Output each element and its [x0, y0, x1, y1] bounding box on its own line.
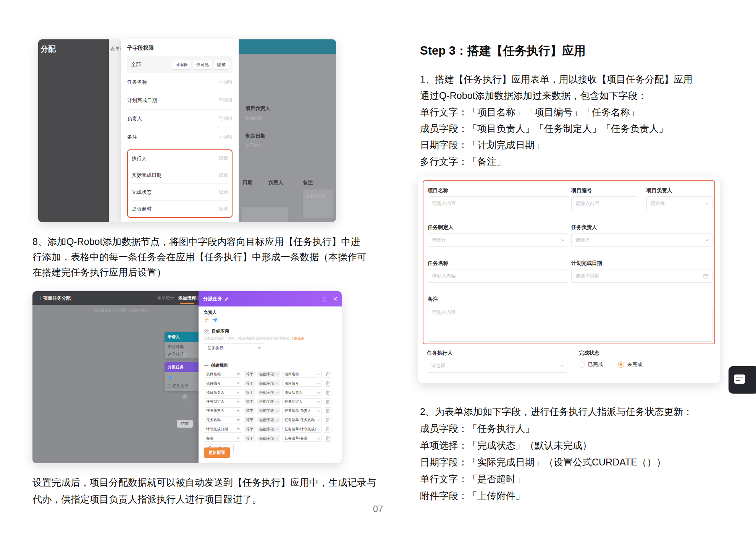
task-owner-select[interactable]: 请选择: [571, 233, 712, 247]
tab-add-flow[interactable]: 添加流程: [178, 295, 196, 301]
rule-target-select[interactable]: 任务清单·任务名称: [282, 417, 322, 423]
task-owner-label: 任务负责人: [571, 224, 597, 231]
trash-icon[interactable]: [324, 389, 331, 396]
rule-target-select[interactable]: 任务清单·负责人: [282, 407, 322, 414]
perm-row[interactable]: 备注 可编辑: [127, 128, 233, 146]
rule-target-select[interactable]: 任务制定人: [282, 398, 322, 405]
project-no-input[interactable]: 请输入内容: [571, 196, 637, 210]
screenshot-field-permissions: 分配 表单设 子字段权限 全部 可编辑 仅可见 隐藏 任务名称 可编辑 计划完成…: [38, 39, 336, 222]
field-label: 备注: [127, 134, 137, 141]
rule-target-select[interactable]: 项目名称: [282, 371, 322, 378]
trash-icon[interactable]: [324, 380, 331, 387]
flow-node-dispatch[interactable]: 分派任务 任务执行: [165, 362, 200, 391]
rule-match-select[interactable]: 匹配字段: [257, 407, 280, 414]
rule-field-select[interactable]: 任务名称: [204, 417, 242, 423]
resize-handle[interactable]: [708, 337, 711, 340]
rule-target-select[interactable]: 项目编号: [282, 380, 322, 387]
dimmed-left-panel: 分配: [38, 39, 109, 222]
close-icon[interactable]: [333, 297, 337, 301]
perm-editable-button[interactable]: 可编辑: [172, 60, 191, 69]
save-config-button[interactable]: 更新配置: [204, 447, 230, 458]
preview-column-date: 日期: [242, 179, 252, 186]
perm-row[interactable]: 计划完成日期 可编辑: [127, 91, 233, 110]
perm-row[interactable]: 是否超时 隐藏: [132, 201, 228, 217]
plan-date-input[interactable]: 请选择日期: [571, 269, 712, 283]
paragraph-line: 2、为表单添加如下字段，进行任务执行人指派与任务状态更新：: [420, 403, 729, 420]
robot-plane-icon[interactable]: [212, 318, 218, 323]
field-label: 计划完成日期: [127, 97, 157, 104]
trash-icon[interactable]: [324, 407, 331, 414]
rule-field-select[interactable]: 任务制定人: [204, 398, 242, 405]
perm-hidden-button[interactable]: 隐藏: [214, 60, 229, 69]
tab-form-design[interactable]: 表单设计: [157, 295, 174, 301]
target-app-select[interactable]: 任务执行: [204, 343, 264, 353]
rule-match-select[interactable]: 匹配字段: [257, 389, 280, 396]
perm-viewonly-button[interactable]: 仅可见: [193, 60, 212, 69]
rule-match-value: 匹配字段: [260, 399, 274, 404]
step3-paragraph-2: 2、为表单添加如下字段，进行任务执行人指派与任务状态更新： 成员字段：「任务执行…: [420, 403, 729, 504]
rule-match-select[interactable]: 匹配字段: [257, 435, 280, 442]
page: 分配 表单设 子字段权限 全部 可编辑 仅可见 隐藏 任务名称 可编辑 计划完成…: [0, 0, 756, 535]
add-node-icon[interactable]: [183, 394, 187, 399]
rule-operator: 等于: [244, 426, 255, 433]
chevron-down-icon: [258, 347, 261, 351]
perm-row[interactable]: 执行人 隐藏: [132, 150, 228, 167]
rule-field-select[interactable]: 备注: [204, 435, 242, 442]
rule-match-select[interactable]: 匹配字段: [257, 398, 280, 405]
perm-row[interactable]: 负责人 可编辑: [127, 110, 233, 128]
feedback-button[interactable]: [729, 366, 756, 394]
rule-match-select[interactable]: 匹配字段: [257, 380, 280, 387]
rule-field-select[interactable]: 项目名称: [204, 371, 242, 378]
rule-field-select[interactable]: 计划完成日期: [204, 426, 242, 433]
rule-match-select[interactable]: 匹配字段: [257, 371, 280, 378]
trash-icon[interactable]: [324, 435, 331, 442]
project-owner-select[interactable]: 请选择: [646, 196, 712, 210]
executor-select[interactable]: 请选择: [427, 359, 567, 373]
trash-icon[interactable]: [324, 417, 331, 423]
panel-header: 分派任务: [199, 291, 342, 306]
rule-field-select[interactable]: 项目负责人: [204, 389, 242, 396]
rule-match-select[interactable]: 匹配字段: [257, 426, 280, 433]
rule-match-select[interactable]: 匹配字段: [257, 417, 280, 423]
trial-notice: 试用期还有 1 天到期，过期后将无: [94, 308, 197, 313]
preview-remark-input[interactable]: 请输入内容: [303, 190, 333, 218]
editable-count: 5: [173, 352, 175, 356]
target-app-value: 任务执行: [207, 345, 223, 351]
chevron-down-icon: [275, 436, 278, 439]
rule-target-select[interactable]: 任务清单·备注: [282, 435, 322, 442]
rule-target-select[interactable]: 任务清单·计划完成日期: [282, 426, 322, 433]
field-label: 任务名称: [127, 79, 147, 86]
task-creator-select[interactable]: 请选择: [428, 233, 568, 247]
perm-row[interactable]: 完成状态 隐藏: [132, 184, 228, 201]
rule-field-select[interactable]: 项目编号: [204, 380, 242, 387]
task-name-input[interactable]: 请输入内容: [428, 269, 568, 283]
perm-row[interactable]: 任务名称 可编辑: [127, 73, 233, 91]
radio-undone[interactable]: 未完成: [618, 361, 642, 368]
chat-robot-icon: [734, 374, 745, 384]
perm-row[interactable]: 实际完成日期 隐藏: [132, 167, 228, 184]
add-node-icon[interactable]: [183, 352, 187, 357]
rule-operator: 等于: [244, 389, 255, 396]
rule-target-select[interactable]: 项目负责人: [282, 389, 322, 396]
project-name-label: 项目名称: [428, 187, 448, 194]
trash-icon[interactable]: [324, 371, 331, 378]
rule-row: 项目名称 等于 匹配字段 项目名称: [204, 371, 336, 378]
back-chevron-icon[interactable]: 〈: [37, 295, 42, 302]
chevron-down-icon: [237, 392, 240, 395]
learn-more-link[interactable]: 了解更多: [291, 336, 305, 340]
trash-icon[interactable]: [322, 297, 327, 302]
project-name-input[interactable]: 请输入内容: [428, 196, 568, 210]
flow-node-applicant[interactable]: 申请人 部分可填 5 5: [165, 332, 200, 358]
chevron-down-icon: [317, 400, 320, 403]
swap-icon[interactable]: [204, 318, 209, 323]
trash-icon[interactable]: [324, 426, 331, 433]
edit-icon[interactable]: [225, 297, 229, 301]
modal-title: 子字段权限: [127, 45, 233, 52]
radio-done[interactable]: 已完成: [579, 361, 603, 368]
placeholder: 请选择: [651, 200, 706, 207]
trash-icon[interactable]: [324, 398, 331, 405]
remark-textarea[interactable]: 请输入内容: [428, 305, 712, 342]
rule-field-select[interactable]: 任务负责人: [204, 407, 242, 414]
dispatch-node-app: 任务执行: [168, 383, 197, 389]
rule-row: 任务名称 等于 匹配字段 任务清单·任务名称: [204, 417, 336, 423]
